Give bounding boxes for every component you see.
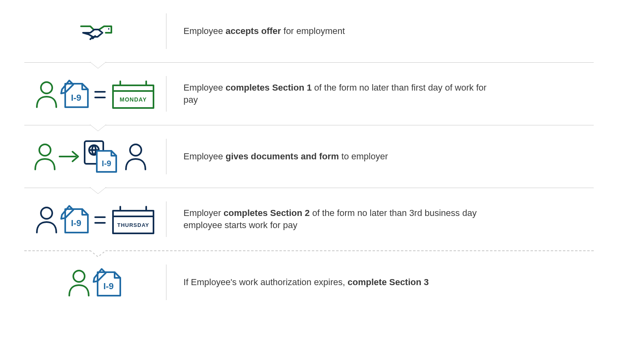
- step-2-text: Employee completes Section 1 of the form…: [166, 82, 491, 106]
- svg-point-13: [130, 144, 141, 156]
- handshake-icon: [71, 15, 119, 47]
- step-3-text: Employee gives documents and form to emp…: [166, 150, 388, 163]
- separator-4-dashed: [24, 250, 594, 251]
- form-label: I-9: [102, 159, 111, 168]
- step-5-icon: I-9: [24, 251, 166, 313]
- separator-3: [24, 188, 594, 188]
- notch-icon: [90, 125, 106, 133]
- svg-point-14: [41, 207, 52, 219]
- step-1-text: Employee accepts offer for employment: [166, 25, 345, 37]
- svg-point-21: [73, 271, 85, 282]
- calendar-day-label: MONDAY: [120, 96, 147, 103]
- step-5: I-9 If Employee's work authorization exp…: [24, 251, 594, 313]
- separator-2: [24, 125, 594, 125]
- form-label: I-9: [71, 218, 81, 228]
- step-5-text: If Employee's work authorization expires…: [166, 276, 429, 288]
- svg-point-8: [39, 144, 51, 156]
- notch-icon: [90, 250, 106, 258]
- step-3: I-9 Employee gives documents and form to…: [24, 125, 594, 188]
- step-4-icon: I-9 THURSDAY: [24, 188, 166, 250]
- separator-1: [24, 62, 594, 63]
- step-2: I-9 MONDAY Employee completes Section 1 …: [24, 63, 594, 125]
- notch-icon: [90, 62, 106, 70]
- step-1-icon: [24, 0, 166, 62]
- step-4: I-9 THURSDAY Employer completes Section …: [24, 188, 594, 250]
- svg-rect-0: [108, 28, 109, 30]
- notch-icon: [90, 187, 106, 195]
- step-2-icon: I-9 MONDAY: [24, 63, 166, 125]
- step-1: Employee accepts offer for employment: [24, 0, 594, 62]
- calendar-day-label: THURSDAY: [117, 222, 149, 228]
- step-4-text: Employer completes Section 2 of the form…: [166, 207, 491, 231]
- form-label: I-9: [103, 281, 114, 291]
- step-3-icon: I-9: [24, 125, 166, 188]
- form-label: I-9: [71, 93, 81, 103]
- svg-point-1: [41, 82, 52, 93]
